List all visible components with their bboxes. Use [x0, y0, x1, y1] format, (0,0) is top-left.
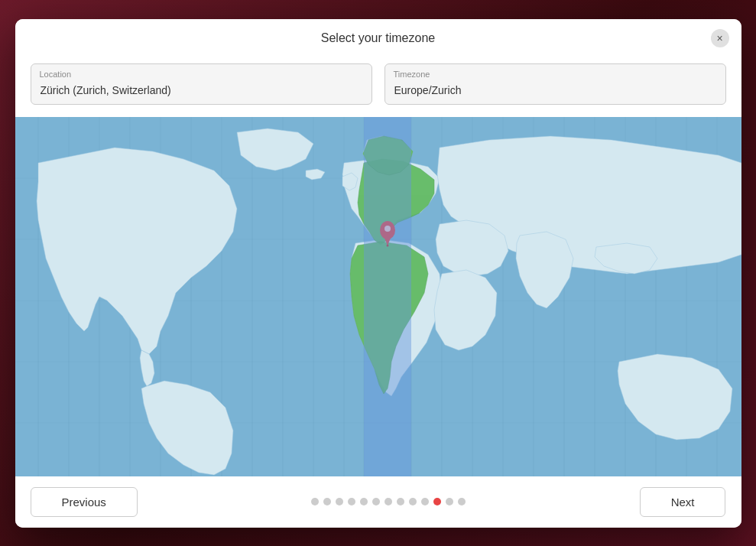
pagination-dot[interactable]	[384, 498, 392, 505]
location-input[interactable]	[31, 63, 372, 105]
pagination-dot[interactable]	[360, 498, 368, 505]
close-button[interactable]: ×	[711, 29, 729, 47]
pagination-dots	[311, 498, 466, 505]
location-field-group: Location	[31, 63, 372, 105]
next-button[interactable]: Next	[640, 487, 726, 517]
pagination-dot[interactable]	[348, 498, 355, 505]
map-container[interactable]	[15, 117, 741, 476]
dialog-footer: Previous Next	[15, 476, 741, 528]
pagination-dot[interactable]	[421, 498, 429, 505]
pagination-dot[interactable]	[323, 498, 331, 505]
pagination-dot[interactable]	[409, 498, 417, 505]
pagination-dot[interactable]	[372, 498, 380, 505]
location-label: Location	[40, 70, 72, 79]
timezone-dialog: Select your timezone × Location Timezone	[15, 19, 741, 528]
timezone-field-group: Timezone	[384, 63, 726, 105]
timezone-label: Timezone	[394, 70, 430, 79]
pagination-dot[interactable]	[311, 498, 319, 505]
pagination-dot[interactable]	[397, 498, 404, 505]
pagination-dot[interactable]	[458, 498, 466, 505]
dialog-header: Select your timezone ×	[15, 19, 741, 57]
previous-button[interactable]: Previous	[31, 487, 138, 517]
pagination-dot[interactable]	[336, 498, 343, 505]
dialog-title: Select your timezone	[321, 31, 435, 45]
timezone-input[interactable]	[384, 63, 726, 105]
pagination-dot[interactable]	[446, 498, 453, 505]
pagination-dot[interactable]	[433, 498, 441, 505]
fields-row: Location Timezone	[15, 57, 741, 117]
timezone-stripe	[364, 117, 411, 476]
